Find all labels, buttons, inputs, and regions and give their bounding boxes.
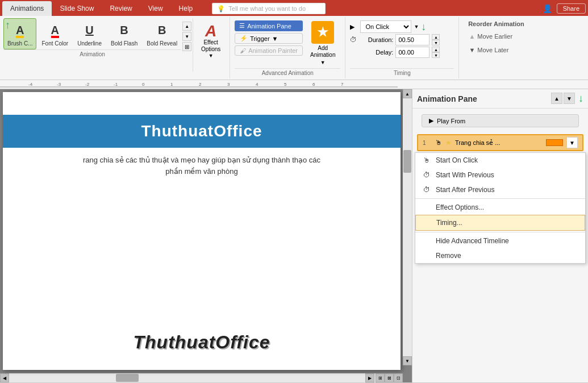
effect-options-button[interactable]: A EffectOptions ▼ — [195, 18, 226, 61]
ctx-effect-options[interactable]: Effect Options... — [415, 200, 585, 215]
anim-pane-icon: ☰ — [239, 22, 245, 30]
effect-options-arrow: ▼ — [208, 53, 214, 59]
bold-flash-button[interactable]: B Bold Flash — [107, 18, 141, 49]
vertical-scrollbar[interactable]: ▲ ▼ — [403, 89, 412, 365]
scroll-up-btn[interactable]: ▲ — [182, 22, 191, 31]
play-from-icon: ▶ — [429, 117, 433, 124]
ctx-hide-advanced[interactable]: Hide Advanced Timeline — [415, 234, 585, 248]
ctx-clock-icon-2: ⏱ — [422, 185, 431, 194]
duration-spin-down[interactable]: ▼ — [432, 40, 440, 45]
move-later-icon: ▼ — [469, 47, 475, 53]
animation-painter-button[interactable]: 🖌 Animation Painter — [235, 45, 303, 56]
fit-btn3[interactable]: ⊡ — [394, 373, 403, 382]
scroll-down-button[interactable]: ▼ — [403, 356, 412, 365]
ctx-start-on-click-label: Start On Click — [436, 156, 478, 164]
painter-label: Animation Painter — [248, 47, 298, 54]
add-animation-label: AddAnimation — [310, 45, 335, 59]
tab-help[interactable]: Help — [171, 1, 201, 16]
font-color-button[interactable]: A Font Color — [37, 18, 72, 49]
bold-reveal-button[interactable]: B Bold Reveal — [143, 18, 181, 49]
scroll-down-btn[interactable]: ▼ — [182, 32, 191, 41]
ruler-svg: -4 -3 -2 -1 0 1 2 3 4 5 6 7 — [0, 80, 588, 89]
anim-pane-label: Animation Pane — [247, 23, 291, 30]
painter-icon: 🖌 — [240, 47, 246, 54]
duration-spin-up[interactable]: ▲ — [432, 34, 440, 40]
bold-flash-label: Bold Flash — [111, 40, 137, 47]
share-button[interactable]: Share — [557, 3, 586, 14]
animation-pane-title: Animation Pane — [417, 94, 477, 103]
play-from-button[interactable]: ▶ Play From — [422, 114, 579, 127]
svg-text:-1: -1 — [114, 82, 118, 87]
hscroll-thumb[interactable] — [116, 374, 139, 382]
ctx-timing[interactable]: Timing... — [415, 215, 585, 231]
tab-review[interactable]: Review — [102, 1, 140, 16]
ctx-effect-icon — [422, 203, 431, 212]
anim-item-color-bar — [546, 139, 563, 146]
duration-input[interactable] — [395, 34, 429, 45]
timing-controls: ▶ On Click ▼ ↓ ⏱ Duration: ▲ ▼ — [350, 20, 440, 58]
svg-text:-4: -4 — [28, 82, 33, 87]
anim-item-label: Trang chia sẻ ... — [455, 139, 543, 147]
ctx-hide-advanced-label: Hide Advanced Timeline — [436, 237, 509, 245]
tab-view[interactable]: View — [140, 1, 171, 16]
anim-item-dropdown[interactable]: ▼ — [566, 137, 578, 148]
duration-label: Duration: — [359, 36, 393, 43]
animation-item[interactable]: 1 🖱 ★ Trang chia sẻ ... ▼ — [417, 134, 583, 151]
font-color-label: Font Color — [41, 40, 68, 47]
ctx-remove[interactable]: Remove — [415, 248, 585, 263]
brush-color-label: Brush C... — [7, 40, 32, 47]
slide-subtitle-line2: phần mềm văn phòng — [165, 167, 237, 176]
delay-spin-down[interactable]: ▼ — [432, 52, 440, 58]
svg-text:7: 7 — [341, 82, 344, 87]
delay-input[interactable] — [395, 47, 429, 58]
add-animation-button[interactable]: ★ AddAnimation ▼ — [305, 18, 340, 68]
animation-buttons: A Brush C... ↑ A — [3, 18, 181, 49]
ctx-start-after-previous[interactable]: ⏱ Start After Previous — [415, 182, 585, 197]
brush-color-icon: A — [11, 21, 29, 39]
fit-btn[interactable]: ⊞ — [376, 373, 385, 382]
on-click-row: ▶ On Click ▼ ↓ — [350, 20, 440, 33]
ctx-start-on-click[interactable]: 🖱 Start On Click — [415, 153, 585, 168]
ctx-start-with-previous[interactable]: ⏱ Start With Previous — [415, 168, 585, 182]
scroll-left-button[interactable]: ◀ — [0, 373, 9, 382]
slide-subtitle-line1: rang chia sẻ các thủ thuật và mẹo hay gi… — [83, 156, 320, 164]
svg-text:-2: -2 — [85, 82, 90, 87]
animation-pane-button[interactable]: ☰ Animation Pane — [235, 20, 303, 31]
ctx-timing-label: Timing... — [436, 219, 462, 227]
pane-scroll-down[interactable]: ▼ — [564, 93, 575, 104]
slide-bottom-area: ThuthuatOffice — [3, 332, 401, 353]
bold-reveal-icon: B — [153, 21, 171, 39]
tab-slideshow[interactable]: Slide Show — [52, 1, 102, 16]
scroll-up-button[interactable]: ▲ — [403, 89, 412, 98]
duration-spinner: ▲ ▼ — [432, 34, 440, 45]
delay-row: ⏱ Delay: ▲ ▼ — [350, 47, 440, 58]
hscroll-track[interactable] — [9, 373, 365, 382]
ribbon-tabs: Animations Slide Show Review View Help 💡… — [0, 0, 588, 16]
scroll-track[interactable] — [403, 98, 412, 356]
pane-scroll-up[interactable]: ▲ — [551, 93, 562, 104]
scroll-thumb[interactable] — [403, 150, 411, 173]
animation-scroll: ▲ ▼ ⊞ — [181, 20, 193, 52]
search-box-placeholder: Tell me what you want to do — [228, 5, 306, 12]
tab-animations[interactable]: Animations — [2, 1, 52, 16]
horizontal-scrollbar[interactable]: ◀ ▶ ⊞ ⊠ ⊡ — [0, 373, 403, 382]
svg-text:2: 2 — [199, 82, 202, 87]
delay-spin-up[interactable]: ▲ — [432, 47, 440, 52]
bold-reveal-label: Bold Reveal — [147, 40, 177, 47]
move-later-button[interactable]: ▼ Move Later — [464, 44, 528, 56]
scroll-more-btn[interactable]: ⊞ — [182, 42, 191, 51]
trigger-button[interactable]: ⚡ Trigger ▼ — [235, 33, 303, 44]
ctx-start-with-previous-label: Start With Previous — [436, 171, 494, 179]
brush-color-button[interactable]: A Brush C... ↑ — [3, 18, 36, 49]
scroll-right-button[interactable]: ▶ — [365, 373, 374, 382]
on-click-select[interactable]: On Click — [360, 20, 411, 33]
underline-button[interactable]: U Underline — [73, 18, 106, 49]
move-earlier-button[interactable]: ▲ Move Earlier — [464, 31, 528, 42]
trigger-label: Trigger — [250, 35, 269, 42]
ribbon-right-area: 👤 Share — [543, 3, 586, 16]
green-arrow-timing: ↓ — [421, 21, 426, 33]
slide-bottom-title: ThuthuatOffice — [3, 332, 401, 353]
fit-btn2[interactable]: ⊠ — [385, 373, 394, 382]
ctx-separator-1 — [415, 198, 585, 199]
animation-pane-header: Animation Pane ▲ ▼ ↓ — [412, 89, 588, 109]
